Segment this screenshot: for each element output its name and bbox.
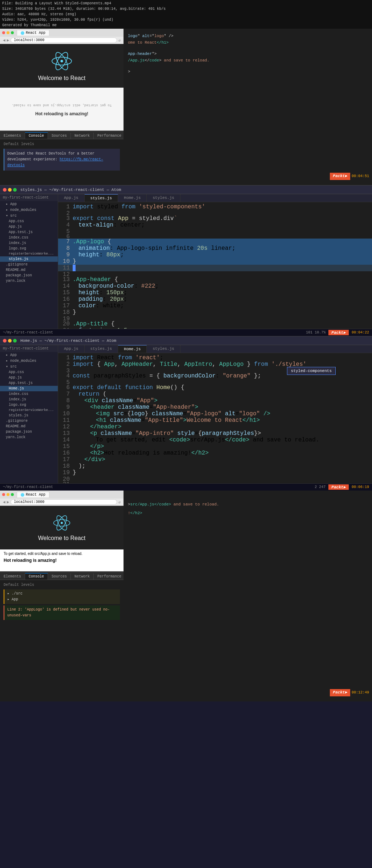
react-favicon-1 bbox=[21, 31, 24, 35]
timer-badge-2: 00:06:19 bbox=[352, 485, 369, 489]
svg-point-7 bbox=[61, 522, 63, 524]
svg-point-3 bbox=[60, 60, 63, 62]
code-line-5-blank: 5 bbox=[58, 228, 372, 233]
chrome-tab-label-1: React App bbox=[26, 31, 45, 35]
sidebar-item-app-css[interactable]: App.css bbox=[0, 219, 58, 224]
line-num-20: 20 bbox=[62, 321, 70, 327]
address-field-3[interactable]: localhost:3000 bbox=[11, 499, 117, 505]
chrome-dot-yellow-3[interactable] bbox=[7, 493, 9, 496]
sidebar-item-package-json[interactable]: package.json bbox=[0, 273, 58, 278]
devtools-tab-console[interactable]: Console bbox=[25, 132, 48, 139]
back-button-3[interactable]: ◀ bbox=[3, 500, 5, 504]
sidebar-item-styles-2[interactable]: styles.js bbox=[0, 413, 58, 418]
atom-tab-styles-2[interactable]: styles.js bbox=[85, 345, 118, 353]
line-num-13: 13 bbox=[62, 276, 70, 283]
packt-logo-1: Packt▶ bbox=[330, 173, 350, 180]
atom-tab-styles-3[interactable]: styles.js bbox=[147, 345, 180, 353]
tooltip-text: styled-components bbox=[291, 369, 332, 373]
chrome-dot-red-1[interactable] bbox=[2, 31, 5, 34]
sidebar-item-app-css-2[interactable]: App.css bbox=[0, 369, 58, 375]
devtools-tab-performance-3[interactable]: Performance bbox=[94, 573, 125, 580]
size-info: Size: 34010769 bytes (32.44 MiB), durati… bbox=[2, 6, 370, 12]
atom-tab-appjs-1[interactable]: App.js bbox=[58, 194, 85, 202]
atom-dot-yellow-1[interactable] bbox=[8, 188, 12, 192]
chrome-addressbar-1: ◀ ▶ localhost:3000 ↺ bbox=[0, 37, 124, 44]
atom-tab-appjs-2[interactable]: App.js bbox=[58, 345, 85, 353]
devtools-tab-network[interactable]: Network bbox=[71, 133, 94, 139]
sidebar-item-readme[interactable]: README.md bbox=[0, 267, 58, 273]
sidebar-item-logo-svg[interactable]: logo.svg bbox=[0, 246, 58, 251]
status-line-col-1: 101 10.7% bbox=[306, 331, 326, 335]
sidebar-item-index-css[interactable]: index.css bbox=[0, 235, 58, 240]
react-app-header-3: Welcome to React bbox=[0, 506, 124, 549]
sidebar-item-gitignore[interactable]: .gitignore bbox=[0, 262, 58, 267]
react-app-content-3: To get started, edit src/App.js and save… bbox=[0, 549, 124, 571]
devtools-tab-sources-3[interactable]: Sources bbox=[48, 573, 71, 580]
sidebar-item-src-2[interactable]: ▾ src bbox=[0, 364, 58, 369]
atom-dot-yellow-2[interactable] bbox=[8, 339, 12, 343]
sidebar-item-register-2[interactable]: registerServiceWorke... bbox=[0, 408, 58, 413]
devtools-tab-performance[interactable]: Performance bbox=[94, 133, 125, 139]
packt-logo-2: Packt▶ bbox=[328, 330, 349, 335]
sidebar-item-home-js[interactable]: Home.js bbox=[0, 386, 58, 391]
atom-status-bar-2: ~/my-first-react-client 2 247 Packt▶ 00:… bbox=[0, 483, 372, 491]
sidebar-item-readme-2[interactable]: README.md bbox=[0, 424, 58, 429]
sidebar-item-index-js[interactable]: index.js bbox=[0, 240, 58, 246]
h2-code-line-20: 20 bbox=[58, 476, 372, 481]
sidebar-item-styles-js[interactable]: styles.js bbox=[0, 256, 58, 262]
sidebar-item-app-test[interactable]: App.test.js bbox=[0, 229, 58, 235]
forward-button-3[interactable]: ▶ bbox=[7, 500, 9, 504]
chrome-dot-yellow-1[interactable] bbox=[7, 31, 9, 34]
reload-button-3[interactable]: ↺ bbox=[118, 500, 121, 504]
sidebar-item-node-2[interactable]: ▸ node_modules bbox=[0, 358, 58, 364]
sidebar-item-node-modules[interactable]: ▸ node_modules bbox=[0, 207, 58, 213]
atom-main-1: my-first-react-client ▸ App ▸ node_modul… bbox=[0, 194, 372, 329]
atom-tab-home-2[interactable]: Home.js bbox=[118, 345, 147, 353]
chrome-tab-3[interactable]: React App bbox=[17, 492, 49, 497]
atom-tab-homejs-1[interactable]: Home.js bbox=[118, 194, 147, 202]
sidebar-item-app-test-2[interactable]: App.test.js bbox=[0, 380, 58, 386]
chrome-titlebar-1: React App bbox=[0, 29, 124, 37]
devtools-tab-network-3[interactable]: Network bbox=[71, 573, 94, 580]
sidebar-header-1: my-first-react-client bbox=[0, 194, 58, 201]
sidebar-item-package-2[interactable]: package.json bbox=[0, 429, 58, 435]
devtools-tab-elements[interactable]: Elements bbox=[0, 133, 25, 139]
atom-tab-stylesjs-2[interactable]: styles.js bbox=[147, 194, 180, 202]
chrome-tab-1[interactable]: React App bbox=[17, 30, 49, 36]
atom-dot-red-1[interactable] bbox=[3, 188, 7, 192]
reload-button-1[interactable]: ↺ bbox=[118, 38, 121, 43]
atom-dot-red-2[interactable] bbox=[3, 339, 7, 343]
section-3: React App ◀ ▶ localhost:3000 ↺ Welcome t… bbox=[0, 491, 372, 701]
sidebar-item-app-js-2[interactable]: App.js bbox=[0, 375, 58, 380]
code-line-4-textalign: 4 text-align: center; bbox=[58, 222, 372, 228]
devtools-tab-elements-3[interactable]: Elements bbox=[0, 573, 25, 580]
chrome-dot-red-3[interactable] bbox=[2, 493, 5, 496]
sidebar-item-yarn-2[interactable]: yarn.lock bbox=[0, 435, 58, 440]
atom-dot-green-1[interactable] bbox=[13, 188, 17, 192]
chrome-dot-green-3[interactable] bbox=[11, 493, 14, 496]
h2-code-line-17: 17 </div> bbox=[58, 456, 372, 463]
devtools-warning-path-3: ▸ ./src bbox=[7, 591, 117, 597]
address-field-1[interactable]: localhost:3000 bbox=[11, 37, 117, 43]
react-favicon-3 bbox=[21, 493, 24, 497]
sidebar-item-gitignore-2[interactable]: .gitignore bbox=[0, 418, 58, 424]
code-line-15-height: 15 height: 150px; bbox=[58, 289, 372, 296]
line-num-6: 6 bbox=[62, 233, 70, 239]
sidebar-item-logo-2[interactable]: logo.svg bbox=[0, 402, 58, 408]
chrome-dot-green-1[interactable] bbox=[11, 31, 14, 34]
devtools-tab-sources[interactable]: Sources bbox=[48, 133, 71, 139]
code-line-1-import: 1 import styled from 'styled-components' bbox=[58, 204, 372, 210]
atom-tab-stylesjs-1[interactable]: styles.js bbox=[85, 194, 118, 202]
sidebar-item-index-js-2[interactable]: index.js bbox=[0, 397, 58, 402]
sidebar-item-index-css-2[interactable]: index.css bbox=[0, 391, 58, 397]
sidebar-item-app[interactable]: ▸ App bbox=[0, 201, 58, 207]
sidebar-item-src[interactable]: ▾ src bbox=[0, 213, 58, 219]
sidebar-item-yarn-lock[interactable]: yarn.lock bbox=[0, 278, 58, 284]
sidebar-item-app-js[interactable]: App.js bbox=[0, 224, 58, 229]
devtools-tab-console-3[interactable]: Console bbox=[25, 573, 48, 580]
sidebar-item-register[interactable]: registerServiceWorke... bbox=[0, 251, 58, 256]
back-button-1[interactable]: ◀ bbox=[3, 38, 5, 43]
sidebar-item-app-2[interactable]: ▸ App bbox=[0, 352, 58, 358]
atom-dot-green-2[interactable] bbox=[13, 339, 17, 343]
forward-button-1[interactable]: ▶ bbox=[7, 38, 9, 43]
